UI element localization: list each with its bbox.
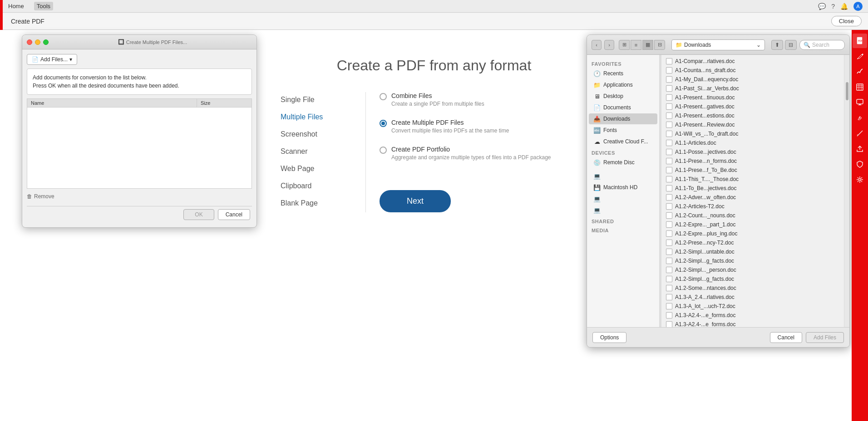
svg-text:PDF: PDF: [858, 39, 863, 42]
file-list-item[interactable]: A1.3-A2.4-...e_forms.doc: [661, 320, 844, 327]
sidebar-item-device1[interactable]: 💻: [589, 171, 657, 181]
sidebar-item-recents[interactable]: 🕐 Recents: [589, 68, 657, 79]
file-list-item[interactable]: A1.1-This_T...._Those.doc: [661, 175, 844, 184]
menu-clipboard[interactable]: Clipboard: [275, 178, 356, 194]
cancel-button[interactable]: Cancel: [218, 209, 250, 220]
file-list-item[interactable]: A1.2-Simpl...g_facts.doc: [661, 256, 844, 265]
picker-body: Favorites 🕐 Recents 📁 Applications 🖥 Des…: [587, 55, 849, 327]
file-list-item[interactable]: A1.1-Articles.doc: [661, 138, 844, 147]
file-list-item[interactable]: A1.3-A_2.4...rlatives.doc: [661, 293, 844, 302]
ok-button[interactable]: OK: [183, 209, 214, 220]
file-list-item[interactable]: A1.2-Expre..._part_1.doc: [661, 220, 844, 229]
next-button[interactable]: Next: [380, 190, 451, 212]
sidebar-item-applications[interactable]: 📁 Applications: [589, 79, 657, 90]
sidebar-item-desktop[interactable]: 🖥 Desktop: [589, 91, 657, 102]
file-list-item[interactable]: A1.3-A_lot_...uch-T2.doc: [661, 302, 844, 311]
picker-new-folder-button[interactable]: ⊟: [785, 40, 797, 50]
menu-tools[interactable]: Tools: [34, 2, 53, 10]
picker-view-icon-btn[interactable]: ⊞: [619, 40, 630, 50]
file-list-item[interactable]: A1-Present...Review.doc: [661, 120, 844, 129]
file-list-item[interactable]: A1.1-Prese...f_To_Be.doc: [661, 166, 844, 175]
picker-cancel-button[interactable]: Cancel: [770, 332, 802, 343]
file-list-item[interactable]: A1.2-Articles-T2.doc: [661, 202, 844, 211]
file-list-item[interactable]: A1.2-Count..._nouns.doc: [661, 211, 844, 220]
file-list-item[interactable]: A1-Past_Si...ar_Verbs.doc: [661, 84, 844, 93]
radio-combine-files[interactable]: [380, 93, 387, 100]
traffic-light-close[interactable]: [27, 39, 32, 45]
sidebar-table-icon[interactable]: [853, 80, 867, 94]
user-avatar[interactable]: A: [853, 2, 863, 11]
options-button[interactable]: Options: [592, 332, 626, 343]
sidebar-share-icon[interactable]: [853, 142, 867, 156]
remove-button[interactable]: 🗑 Remove: [27, 192, 252, 201]
traffic-light-max[interactable]: [43, 39, 49, 45]
picker-forward-button[interactable]: ›: [604, 40, 614, 50]
sidebar-item-device3[interactable]: 💻: [589, 205, 657, 215]
menu-scanner[interactable]: Scanner: [275, 144, 356, 159]
sidebar-item-creative-cloud[interactable]: ☁ Creative Cloud F...: [589, 136, 657, 147]
radio-create-multiple[interactable]: [380, 120, 387, 127]
menu-screenshot[interactable]: Screenshot: [275, 127, 356, 142]
add-files-button[interactable]: 📄 Add Files... ▾: [27, 54, 77, 65]
sidebar-sign-icon[interactable]: [853, 64, 867, 79]
file-list-item[interactable]: A1-Will_vs_...To_draft.doc: [661, 129, 844, 138]
help-icon[interactable]: ?: [831, 3, 835, 10]
traffic-light-min[interactable]: [35, 39, 40, 45]
favorites-label: Favorites: [587, 59, 659, 68]
picker-view-list-btn[interactable]: ≡: [631, 40, 641, 50]
picker-back-button[interactable]: ‹: [592, 40, 602, 50]
menu-multiple-files[interactable]: Multiple Files: [275, 109, 356, 125]
file-list-item[interactable]: A1.2-Simpl...untable.doc: [661, 247, 844, 256]
sidebar-item-documents[interactable]: 📄 Documents: [589, 102, 657, 113]
picker-search[interactable]: 🔍 Search: [799, 40, 845, 50]
picker-share-button[interactable]: ⬆: [771, 40, 783, 50]
menu-web-page[interactable]: Web Page: [275, 161, 356, 176]
file-list-item[interactable]: A1.2-Simpl..._person.doc: [661, 265, 844, 274]
sidebar-pen-icon[interactable]: [853, 111, 867, 125]
picker-scrollbar[interactable]: [844, 55, 849, 327]
sidebar-item-downloads[interactable]: 📥 Downloads: [589, 113, 657, 124]
sidebar-item-fonts[interactable]: 🔤 Fonts: [589, 125, 657, 136]
sidebar-item-remote-disc[interactable]: 💿 Remote Disc: [589, 157, 657, 168]
menu-single-file[interactable]: Single File: [275, 92, 356, 108]
menu-home[interactable]: Home: [5, 2, 27, 10]
picker-view-coverflow-btn[interactable]: ⊟: [654, 40, 665, 50]
add-files-dropdown-icon: ▾: [69, 56, 72, 63]
sidebar-protect-icon[interactable]: [853, 157, 867, 171]
radio-portfolio[interactable]: [380, 147, 387, 154]
device2-icon: 💻: [593, 195, 601, 202]
chat-icon[interactable]: 💬: [818, 3, 826, 10]
file-list-item[interactable]: A1.1-Prese...n_forms.doc: [661, 157, 844, 166]
file-list-item[interactable]: A1.2-Simpl...g_facts.doc: [661, 274, 844, 284]
sidebar-settings-icon[interactable]: [853, 172, 867, 187]
file-name: A1-Present...gatives.doc: [675, 103, 735, 110]
file-list-item[interactable]: A1-Counta...ns_draft.doc: [661, 66, 844, 75]
file-list-item[interactable]: A1.2-Adver...w_often.doc: [661, 193, 844, 202]
file-list-item[interactable]: A1-Present...gatives.doc: [661, 102, 844, 111]
file-list-item[interactable]: A1-My_Dail...equency.doc: [661, 75, 844, 84]
file-list-item[interactable]: A1.2-Expre...plus_ing.doc: [661, 229, 844, 238]
radio-inner-dot: [381, 122, 385, 125]
main-content: Create a PDF from any format Single File…: [0, 30, 868, 421]
file-list-item[interactable]: A1.2-Some...ntances.doc: [661, 284, 844, 293]
bell-icon[interactable]: 🔔: [840, 3, 848, 10]
file-icon: [666, 103, 672, 110]
sidebar-comment-icon[interactable]: [853, 95, 867, 110]
menu-blank-page[interactable]: Blank Page: [275, 196, 356, 211]
file-list-item[interactable]: A1.1-Posse...jectives.doc: [661, 147, 844, 157]
sidebar-measure-icon[interactable]: [853, 126, 867, 141]
sidebar-edit-icon[interactable]: [853, 49, 867, 64]
sidebar-pdf-icon[interactable]: PDF: [853, 34, 867, 48]
file-list-item[interactable]: A1-Present...tinuous.doc: [661, 93, 844, 102]
picker-add-files-button[interactable]: Add Files: [806, 332, 844, 343]
file-list-item[interactable]: A1.2-Prese...ncy-T2.doc: [661, 238, 844, 247]
fonts-icon: 🔤: [593, 127, 601, 134]
file-list-item[interactable]: A1-Compar...rlatives.doc: [661, 57, 844, 66]
close-button[interactable]: Close: [831, 16, 862, 26]
sidebar-item-device2[interactable]: 💻: [589, 193, 657, 204]
sidebar-item-macintosh-hd[interactable]: 💾 Macintosh HD: [589, 182, 657, 193]
file-list-item[interactable]: A1.1-To_Be...jectives.doc: [661, 184, 844, 193]
picker-view-columns-btn[interactable]: ▦: [642, 40, 653, 50]
file-list-item[interactable]: A1-Present...estions.doc: [661, 111, 844, 120]
file-list-item[interactable]: A1.3-A2.4-...e_forms.doc: [661, 311, 844, 320]
